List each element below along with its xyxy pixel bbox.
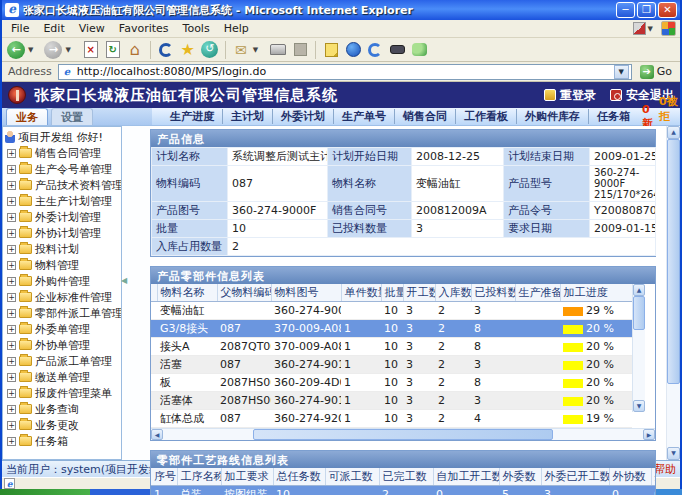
sidebar-item-scrap-menu[interactable]: 报废件管理菜单 bbox=[3, 385, 121, 401]
expand-icon[interactable] bbox=[7, 437, 16, 446]
edit-icon[interactable] bbox=[294, 43, 307, 56]
menu-view[interactable]: View bbox=[72, 22, 112, 35]
nav-outsource-plan[interactable]: 外委计划 bbox=[272, 109, 333, 124]
expand-icon[interactable] bbox=[7, 197, 16, 206]
expand-icon[interactable] bbox=[7, 357, 16, 366]
nav-task-box[interactable]: 任务箱 bbox=[588, 109, 638, 124]
research-icon[interactable] bbox=[368, 43, 382, 57]
table-row[interactable]: 板 2087HS002 360-209-4D010 1 10 3 2 8 20 … bbox=[151, 374, 632, 392]
table-row[interactable]: 接头A 2087QT002 370-009-A0850 1 10 3 2 8 2… bbox=[151, 338, 632, 356]
start-button-edge[interactable] bbox=[0, 489, 90, 495]
scroll-down-icon[interactable]: ▼ bbox=[633, 400, 645, 412]
expand-icon[interactable] bbox=[7, 181, 16, 190]
home-icon[interactable]: ⌂ bbox=[125, 40, 145, 60]
back-dropdown-caret[interactable]: ▼ bbox=[28, 46, 33, 54]
nav-sales-contract[interactable]: 销售合同 bbox=[394, 109, 455, 124]
expand-icon[interactable] bbox=[7, 325, 16, 334]
history-icon[interactable]: ↺ bbox=[201, 41, 218, 58]
sidebar-item-coop-plan[interactable]: 外协计划管理 bbox=[3, 225, 121, 241]
expand-icon[interactable] bbox=[7, 229, 16, 238]
main-vscrollbar[interactable]: ▲ ▼ bbox=[666, 126, 680, 460]
expand-icon[interactable] bbox=[7, 261, 16, 270]
discuss-icon[interactable] bbox=[325, 43, 338, 57]
scroll-thumb[interactable] bbox=[667, 139, 680, 384]
pdf-toolbar-icon[interactable] bbox=[633, 22, 646, 35]
expand-icon[interactable] bbox=[7, 341, 16, 350]
tab-business[interactable]: 业务 bbox=[6, 108, 48, 125]
forward-icon[interactable]: → bbox=[44, 41, 62, 59]
sidebar-item-outsource-plan[interactable]: 外委计划管理 bbox=[3, 209, 121, 225]
expand-icon[interactable] bbox=[7, 213, 16, 222]
sidebar-item-delivery-order[interactable]: 缴送单管理 bbox=[3, 369, 121, 385]
find-icon[interactable] bbox=[390, 45, 405, 54]
address-dropdown-caret[interactable]: ▼ bbox=[614, 65, 629, 79]
mail-dropdown-caret[interactable]: ▼ bbox=[253, 46, 258, 54]
scroll-thumb[interactable] bbox=[633, 296, 645, 330]
expand-icon[interactable] bbox=[7, 149, 16, 158]
scroll-thumb[interactable] bbox=[253, 429, 553, 440]
table-row-selected[interactable]: G3/8接头 087 370-009-A0840 1 10 3 2 8 20 % bbox=[151, 320, 632, 338]
expand-icon[interactable] bbox=[7, 245, 16, 254]
sidebar-item-tech-data[interactable]: 产品技术资料管理 bbox=[3, 177, 121, 193]
refresh-icon[interactable]: ↻ bbox=[106, 41, 120, 58]
back-icon[interactable]: ← bbox=[7, 41, 25, 59]
sidebar-item-business-query[interactable]: 业务查询 bbox=[3, 401, 121, 417]
expand-icon[interactable] bbox=[7, 373, 16, 382]
menu-edit[interactable]: Edit bbox=[36, 22, 71, 35]
relogin-button[interactable]: 重登录 bbox=[544, 87, 596, 104]
nav-purchased-stock[interactable]: 外购件库存 bbox=[516, 109, 588, 124]
tab-settings[interactable]: 设置 bbox=[51, 108, 93, 125]
expand-icon[interactable] bbox=[7, 405, 16, 414]
menu-tools[interactable]: Tools bbox=[176, 22, 217, 35]
expand-icon[interactable] bbox=[7, 309, 16, 318]
address-input[interactable] bbox=[77, 65, 614, 78]
nav-master-plan[interactable]: 主计划 bbox=[222, 109, 272, 124]
scroll-up-icon[interactable]: ▲ bbox=[633, 284, 645, 296]
expand-icon[interactable] bbox=[7, 165, 16, 174]
nav-work-board[interactable]: 工作看板 bbox=[455, 109, 516, 124]
table-row[interactable]: 缸体总成 087 360-274-9200F 1 10 3 2 4 19 % bbox=[151, 410, 632, 428]
expand-icon[interactable] bbox=[7, 277, 16, 286]
maximize-button[interactable]: ❐ bbox=[637, 2, 656, 18]
table-row[interactable]: 变幅油缸 360-274-9000F 10 3 2 3 29 % bbox=[151, 302, 632, 320]
sidebar-item-parts-dispatch[interactable]: 零部件派工单管理 bbox=[3, 305, 121, 321]
favorites-icon[interactable]: ★ bbox=[178, 40, 198, 60]
sidebar-item-outsource-order[interactable]: 外委单管理 bbox=[3, 321, 121, 337]
expand-icon[interactable] bbox=[7, 389, 16, 398]
scroll-down-icon[interactable]: ▼ bbox=[667, 447, 680, 460]
sidebar-item-master-plan[interactable]: 主生产计划管理 bbox=[3, 193, 121, 209]
expand-icon[interactable] bbox=[7, 421, 16, 430]
sidebar-item-task-box[interactable]: 任务箱 bbox=[3, 433, 121, 449]
nav-production-order[interactable]: 生产单号 bbox=[333, 109, 394, 124]
sidebar-item-business-change[interactable]: 业务更改 bbox=[3, 417, 121, 433]
messenger-icon[interactable] bbox=[412, 43, 427, 56]
nav-production-progress[interactable]: 生产进度 bbox=[162, 109, 222, 124]
stop-icon[interactable]: × bbox=[84, 41, 98, 58]
pdf-dropdown-caret[interactable]: ▼ bbox=[648, 25, 653, 33]
expand-icon[interactable] bbox=[7, 293, 16, 302]
forward-dropdown-caret[interactable]: ▼ bbox=[65, 46, 70, 54]
scroll-right-icon[interactable]: ▶ bbox=[643, 429, 655, 440]
sidebar-item-order-no[interactable]: 生产令号单管理 bbox=[3, 161, 121, 177]
menu-file[interactable]: File bbox=[4, 22, 36, 35]
table-row[interactable]: 活塞 087 360-274-9010F 1 10 3 2 3 20 % bbox=[151, 356, 632, 374]
scroll-up-icon[interactable]: ▲ bbox=[667, 126, 680, 139]
close-button[interactable]: ✕ bbox=[658, 2, 677, 18]
table-row[interactable]: 活塞体 2087HS002 360-274-9011W 1 10 3 2 3 2… bbox=[151, 392, 632, 410]
menu-help[interactable]: Help bbox=[217, 22, 256, 35]
menu-favorites[interactable]: Favorites bbox=[112, 22, 176, 35]
sidebar-item-product-dispatch[interactable]: 产品派工单管理 bbox=[3, 353, 121, 369]
sidebar-collapse-handle[interactable]: ◀ bbox=[121, 276, 127, 285]
table-row-selected[interactable]: 1 总装 按图组装 10 2 0 5 3 0 0 bbox=[151, 486, 655, 495]
print-icon[interactable] bbox=[270, 44, 286, 55]
sidebar-item-material-mgmt[interactable]: 物料管理 bbox=[3, 257, 121, 273]
scroll-left-icon[interactable]: ◀ bbox=[151, 429, 163, 440]
sidebar-item-coop-order[interactable]: 外协单管理 bbox=[3, 337, 121, 353]
parts-table-vscrollbar[interactable]: ▲ ▼ bbox=[632, 284, 645, 412]
sidebar-item-purchased-mgmt[interactable]: 外购件管理 bbox=[3, 273, 121, 289]
sidebar-item-sales-contract[interactable]: 销售合同管理 bbox=[3, 145, 121, 161]
parts-table-hscrollbar[interactable]: ◀ ▶ bbox=[151, 428, 655, 440]
sidebar-item-standard-parts[interactable]: 企业标准件管理 bbox=[3, 289, 121, 305]
sidebar-item-feed-plan[interactable]: 投料计划 bbox=[3, 241, 121, 257]
search-icon[interactable] bbox=[159, 43, 173, 57]
